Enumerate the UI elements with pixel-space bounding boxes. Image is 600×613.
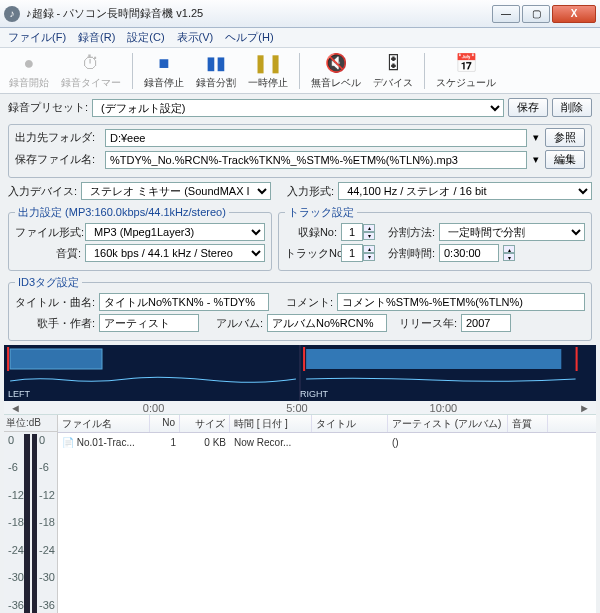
preset-save-button[interactable]: 保存 [508, 98, 548, 117]
id3-title-input[interactable] [99, 293, 269, 311]
output-file-label: 保存ファイル名: [15, 152, 101, 167]
browse-button[interactable]: 参照 [545, 128, 585, 147]
timeline-arrow-right[interactable]: ► [579, 402, 590, 414]
window-title: ♪超録 - パソコン長時間録音機 v1.25 [26, 6, 492, 21]
waveform-right-label: RIGHT [300, 389, 328, 399]
menu-settings[interactable]: 設定(C) [127, 30, 164, 45]
output-file-input[interactable] [105, 151, 527, 169]
trackno-spinner[interactable]: ▴▾ [341, 244, 375, 262]
waveform-left-label: LEFT [8, 389, 30, 399]
quality-label: 音質: [15, 246, 81, 261]
edit-button[interactable]: 編集 [545, 150, 585, 169]
quality-select[interactable]: 160k bps / 44.1 kHz / Stereo [85, 244, 265, 262]
app-icon: ♪ [4, 6, 20, 22]
id3-title-label: タイトル・曲名: [15, 295, 95, 310]
input-format-select[interactable]: 44,100 Hz / ステレオ / 16 bit [338, 182, 592, 200]
toolbar-録音タイマー: ⏱録音タイマー [58, 50, 124, 91]
trackno-label: トラックNo: [285, 246, 337, 261]
output-folder-input[interactable] [105, 129, 527, 147]
svg-rect-4 [306, 349, 561, 369]
split-time-input[interactable] [439, 244, 499, 262]
file-list: ファイル名 No サイズ 時間 [ 日付 ] タイトル アーティスト (アルバム… [58, 415, 596, 613]
toolbar-無音レベル[interactable]: 🔇無音レベル [308, 50, 364, 91]
split-time-label: 分割時間: [379, 246, 435, 261]
titlebar: ♪ ♪超録 - パソコン長時間録音機 v1.25 — ▢ X [0, 0, 600, 28]
preset-delete-button[interactable]: 削除 [552, 98, 592, 117]
col-artist[interactable]: アーティスト (アルバム) [388, 415, 508, 432]
svg-rect-5 [303, 347, 305, 371]
svg-rect-3 [7, 347, 9, 371]
toolbar-録音停止[interactable]: ■録音停止 [141, 50, 187, 91]
file-row[interactable]: 📄 No.01-Trac...10 KBNow Recor...() [58, 433, 596, 452]
id3-year-label: リリース年: [391, 316, 457, 331]
id3-comment-label: コメント: [273, 295, 333, 310]
input-device-select[interactable]: ステレオ ミキサー (SoundMAX Int [81, 182, 271, 200]
minimize-button[interactable]: — [492, 5, 520, 23]
menu-view[interactable]: 表示(V) [177, 30, 214, 45]
menu-help[interactable]: ヘルプ(H) [225, 30, 273, 45]
output-settings-legend: 出力設定 (MP3:160.0kbps/44.1kHz/stereo) [15, 205, 229, 220]
filetype-label: ファイル形式: [15, 225, 81, 240]
output-folder-label: 出力先フォルダ: [15, 130, 101, 145]
col-filename[interactable]: ファイル名 [58, 415, 150, 432]
id3-year-input[interactable] [461, 314, 511, 332]
menu-file[interactable]: ファイル(F) [8, 30, 66, 45]
toolbar-録音分割[interactable]: ▮▮録音分割 [193, 50, 239, 91]
meter-bar-right [32, 434, 38, 613]
split-method-label: 分割方法: [379, 225, 435, 240]
input-format-label: 入力形式: [287, 184, 334, 199]
col-time[interactable]: 時間 [ 日付 ] [230, 415, 312, 432]
filetype-select[interactable]: MP3 (Mpeg1Layer3) [85, 223, 265, 241]
level-meter: 単位:dB 0-6-12-18-24-30-36-42 0-6-12-18-24… [4, 415, 58, 613]
col-title[interactable]: タイトル [312, 415, 388, 432]
timeline-arrow-left[interactable]: ◄ [10, 402, 21, 414]
split-method-select[interactable]: 一定時間で分割 [439, 223, 585, 241]
id3-comment-input[interactable] [337, 293, 585, 311]
dropdown-icon[interactable]: ▾ [531, 153, 541, 166]
track-settings-legend: トラック設定 [285, 205, 357, 220]
maximize-button[interactable]: ▢ [522, 5, 550, 23]
col-no[interactable]: No [150, 415, 180, 432]
recno-spinner[interactable]: ▴▾ [341, 223, 375, 241]
menubar: ファイル(F) 録音(R) 設定(C) 表示(V) ヘルプ(H) [0, 28, 600, 48]
menu-record[interactable]: 録音(R) [78, 30, 115, 45]
svg-rect-6 [576, 347, 578, 371]
preset-label: 録音プリセット: [8, 100, 88, 115]
timeline: ◄ 0:00 5:00 10:00 ► [4, 401, 596, 415]
id3-artist-input[interactable] [99, 314, 199, 332]
col-size[interactable]: サイズ [180, 415, 230, 432]
dropdown-icon[interactable]: ▾ [531, 131, 541, 144]
meter-bar-left [24, 434, 30, 613]
id3-album-label: アルバム: [203, 316, 263, 331]
svg-rect-2 [10, 349, 102, 369]
id3-legend: ID3タグ設定 [15, 275, 82, 290]
toolbar-スケジュール[interactable]: 📅スケジュール [433, 50, 499, 91]
waveform-display: LEFT RIGHT [4, 345, 596, 401]
col-quality[interactable]: 音質 [508, 415, 548, 432]
close-button[interactable]: X [552, 5, 596, 23]
recno-label: 収録No: [285, 225, 337, 240]
toolbar: ●録音開始⏱録音タイマー■録音停止▮▮録音分割❚❚一時停止🔇無音レベル🎛デバイス… [0, 48, 600, 94]
toolbar-デバイス[interactable]: 🎛デバイス [370, 50, 416, 91]
preset-select[interactable]: (デフォルト設定) [92, 99, 504, 117]
toolbar-録音開始: ●録音開始 [6, 50, 52, 91]
toolbar-一時停止[interactable]: ❚❚一時停止 [245, 50, 291, 91]
input-device-label: 入力デバイス: [8, 184, 77, 199]
id3-album-input[interactable] [267, 314, 387, 332]
id3-artist-label: 歌手・作者: [15, 316, 95, 331]
